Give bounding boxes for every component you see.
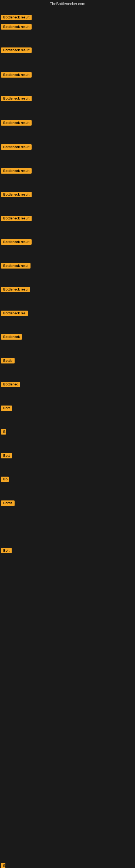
bottleneck-badge[interactable]: B (1, 429, 6, 435)
bottleneck-badge[interactable]: Bottleneck result (1, 144, 32, 150)
table-row: Bottleneck result (0, 95, 135, 102)
table-row: Bottleneck result (0, 119, 135, 127)
table-row: Bottleneck result (0, 238, 135, 246)
bottleneck-badge[interactable]: Bottle (1, 500, 14, 506)
table-row: Bottleneck res (0, 310, 135, 317)
bottleneck-badge[interactable]: Bottleneck result (1, 192, 32, 197)
table-row: Bott (0, 404, 135, 412)
bottleneck-badge[interactable]: Bottleneck res (1, 311, 28, 316)
table-row: Bottle (0, 357, 135, 365)
table-row: Bottleneck result (0, 46, 135, 54)
bottleneck-badge[interactable]: Bottleneck (1, 334, 22, 340)
table-row: Bottleneck result (0, 13, 135, 21)
bottleneck-badge[interactable]: Bottleneck result (1, 120, 32, 126)
table-row: Bottleneck result (0, 143, 135, 151)
table-row: Bottleneck result (0, 23, 135, 31)
bottleneck-badge[interactable]: Bo (1, 476, 9, 482)
bottleneck-badge[interactable]: Bottleneck result (1, 48, 32, 53)
table-row: Bottleneck resu (0, 286, 135, 293)
bottleneck-badge[interactable]: Bottleneck resu (1, 287, 30, 292)
bottleneck-badge[interactable]: Bottleneck result (1, 239, 32, 245)
table-row: B (0, 862, 135, 868)
bottleneck-badge[interactable]: Bottleneck result (1, 14, 32, 20)
site-title: TheBottlenecker.com (50, 2, 85, 6)
table-row: Bottleneck result (0, 215, 135, 222)
table-row: Bott (0, 452, 135, 460)
table-row: Bottle (0, 499, 135, 507)
bottleneck-badge[interactable]: Bottleneck result (1, 96, 32, 101)
table-row: Bottleneck (0, 333, 135, 341)
bottleneck-badge[interactable]: Bottleneck result (1, 168, 32, 174)
table-row: B (0, 428, 135, 436)
bottleneck-badge[interactable]: Bottleneck result (1, 24, 32, 30)
bottleneck-badge[interactable]: Bottlenec (1, 382, 20, 387)
table-row: Bo (0, 475, 135, 483)
bottleneck-badge[interactable]: Bottle (1, 358, 14, 364)
bottleneck-badge[interactable]: Bottleneck result (1, 216, 32, 221)
table-row: Bottlenec (0, 380, 135, 388)
bottleneck-badge[interactable]: Bolt (1, 548, 12, 553)
table-row: Bottleneck result (0, 71, 135, 79)
bottleneck-badge[interactable]: Bott (1, 405, 12, 411)
bottleneck-badge[interactable]: Bottleneck result (1, 72, 32, 78)
table-row: Bottleneck result (0, 167, 135, 175)
table-row: Bottleneck result (0, 191, 135, 198)
site-title-bar: TheBottlenecker.com (0, 0, 135, 8)
bottleneck-badge[interactable]: Bott (1, 453, 12, 458)
table-row: Bolt (0, 547, 135, 554)
bottleneck-badge-last[interactable]: B (1, 863, 5, 868)
bottleneck-badge[interactable]: Bottleneck resul (1, 263, 31, 269)
table-row: Bottleneck resul (0, 262, 135, 270)
